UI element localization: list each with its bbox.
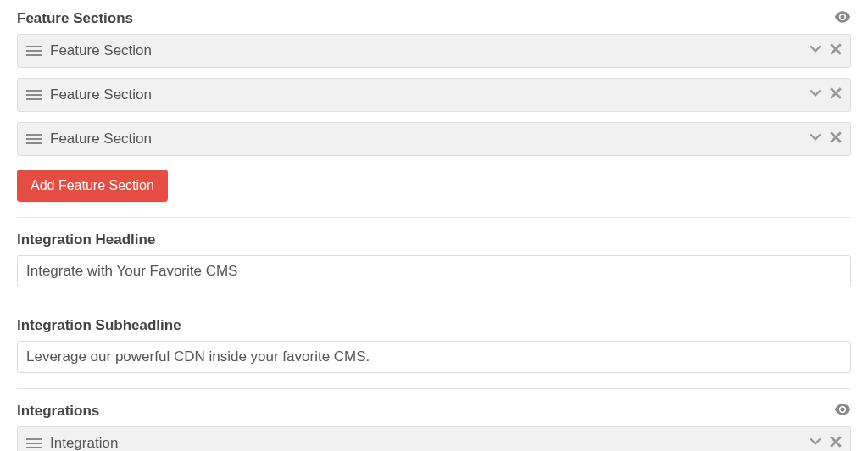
feature-section-row[interactable]: Feature Section bbox=[17, 122, 851, 156]
feature-section-row[interactable]: Feature Section bbox=[17, 78, 851, 112]
remove-item-icon[interactable] bbox=[830, 436, 842, 451]
repeater-item-label: Integration bbox=[50, 435, 810, 451]
integration-row[interactable]: Integration bbox=[17, 426, 851, 451]
section-divider bbox=[17, 388, 851, 389]
field-header: Integration Headline bbox=[17, 231, 851, 248]
repeater-item-label: Feature Section bbox=[50, 86, 810, 103]
visibility-toggle-icon[interactable] bbox=[834, 11, 851, 26]
field-header: Integrations bbox=[17, 403, 851, 420]
drag-handle-icon[interactable] bbox=[26, 437, 42, 449]
field-header: Feature Sections bbox=[17, 10, 851, 27]
remove-item-icon[interactable] bbox=[830, 87, 842, 103]
drag-handle-icon[interactable] bbox=[26, 133, 42, 145]
repeater-item-label: Feature Section bbox=[50, 131, 810, 148]
feature-sections-field: Feature Sections Feature Section bbox=[17, 10, 851, 202]
visibility-toggle-icon[interactable] bbox=[834, 404, 851, 419]
feature-section-row[interactable]: Feature Section bbox=[17, 34, 851, 68]
integration-headline-input[interactable] bbox=[17, 255, 851, 287]
integration-subheadline-field: Integration Subheadline bbox=[17, 317, 851, 373]
section-divider bbox=[17, 303, 851, 303]
collapse-toggle-icon[interactable] bbox=[810, 43, 821, 58]
field-header: Integration Subheadline bbox=[17, 317, 851, 334]
integration-subheadline-input[interactable] bbox=[17, 341, 851, 373]
collapse-toggle-icon[interactable] bbox=[810, 87, 821, 103]
integration-headline-field: Integration Headline bbox=[17, 231, 851, 287]
field-label-integrations: Integrations bbox=[17, 403, 99, 420]
collapse-toggle-icon[interactable] bbox=[810, 436, 821, 451]
collapse-toggle-icon[interactable] bbox=[810, 131, 821, 147]
field-label-feature-sections: Feature Sections bbox=[17, 10, 133, 27]
remove-item-icon[interactable] bbox=[830, 131, 842, 147]
field-label-integration-headline: Integration Headline bbox=[17, 231, 155, 248]
drag-handle-icon[interactable] bbox=[26, 89, 42, 101]
field-label-integration-subheadline: Integration Subheadline bbox=[17, 317, 181, 334]
integrations-field: Integrations Integration bbox=[17, 403, 851, 451]
add-feature-section-button[interactable]: Add Feature Section bbox=[17, 170, 168, 202]
repeater-item-label: Feature Section bbox=[50, 42, 810, 59]
remove-item-icon[interactable] bbox=[830, 43, 842, 58]
section-divider bbox=[17, 217, 851, 218]
drag-handle-icon[interactable] bbox=[26, 45, 42, 57]
